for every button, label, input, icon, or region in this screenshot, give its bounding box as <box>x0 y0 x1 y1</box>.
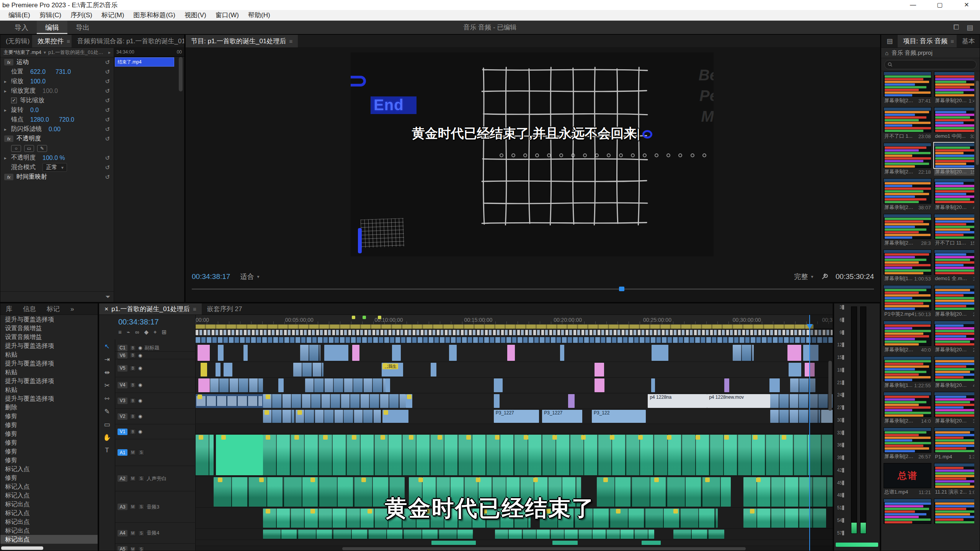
project-item[interactable]: 屏幕录制[202...38:07 <box>884 178 931 211</box>
history-item[interactable]: 设置音频增益 <box>0 324 98 333</box>
timeline-clip[interactable] <box>263 509 531 528</box>
mute-toggle[interactable]: M <box>130 546 136 551</box>
project-thumbnail[interactable] <box>934 143 974 168</box>
mark-in-icon[interactable]: { <box>446 301 448 302</box>
track-header-A1[interactable]: A1MS <box>115 439 196 466</box>
timeline-clip[interactable] <box>787 345 802 361</box>
timeline-clip[interactable] <box>789 363 801 377</box>
step-forward-icon[interactable]: ▶ <box>527 301 532 303</box>
history-item[interactable]: 标记入点 <box>0 482 98 491</box>
history-item[interactable]: 标记入点 <box>0 491 98 500</box>
timeline-clip[interactable] <box>494 378 503 392</box>
timeline-clip[interactable] <box>494 394 500 408</box>
track-select-tool-icon[interactable]: ⇥ <box>104 355 109 364</box>
project-thumbnail[interactable]: 总谱 <box>884 463 931 488</box>
project-item[interactable]: 屏幕录制[202...40:4 <box>934 178 974 211</box>
timeline-clip[interactable] <box>595 363 604 377</box>
effect-tab-1[interactable]: 效果控件≡ <box>32 35 72 47</box>
project-item[interactable]: 屏幕录制[202...15:49 <box>934 143 974 176</box>
history-item[interactable]: 修剪 <box>0 438 98 447</box>
track-target-badge[interactable]: C1 <box>118 345 127 351</box>
menu-item-2[interactable]: 序列(S) <box>66 10 97 21</box>
timeline-clip[interactable] <box>673 530 724 539</box>
track-header-V5[interactable]: V5B◉ <box>115 359 196 377</box>
history-tab-0[interactable]: 库 <box>0 303 18 315</box>
timeline-clip[interactable] <box>198 345 210 361</box>
timeline-ruler[interactable]: 00:0000:05:00:0000:10:00:0000:15:00:0000… <box>196 315 833 329</box>
reset-property-icon[interactable]: ↺ <box>105 68 110 75</box>
rect-mask-icon[interactable]: ▭ <box>24 145 34 152</box>
history-item[interactable]: 设置音频增益 <box>0 333 98 341</box>
timeline-clip[interactable] <box>216 363 220 377</box>
effect-tab-0[interactable]: (无剪辑) <box>0 35 32 47</box>
playhead-line[interactable] <box>809 315 810 551</box>
project-item[interactable] <box>884 499 931 524</box>
history-item[interactable]: 修剪 <box>0 421 98 429</box>
project-thumbnail[interactable] <box>884 214 931 239</box>
project-thumbnail[interactable] <box>934 72 974 97</box>
hand-tool-icon[interactable]: ✋ <box>103 434 111 442</box>
mute-toggle[interactable]: M <box>130 476 136 481</box>
history-item[interactable]: 标记出点 <box>0 517 98 526</box>
twirl-icon[interactable]: ▸ <box>4 108 11 113</box>
track-target-badge[interactable]: V2 <box>118 413 127 420</box>
project-thumbnail[interactable] <box>934 285 974 310</box>
mute-toggle[interactable]: M <box>130 450 136 455</box>
project-item[interactable]: 屏幕录制[202...26:57 <box>884 427 931 460</box>
timeline-hscrollbar[interactable] <box>342 547 746 550</box>
timeline-clip[interactable] <box>216 435 263 475</box>
project-thumbnail[interactable] <box>884 143 931 168</box>
timeline-clip[interactable] <box>560 345 565 361</box>
history-item[interactable]: 修剪 <box>0 456 98 465</box>
timeline-clip[interactable] <box>568 394 575 408</box>
track-header-A3[interactable]: A3MS音频3 <box>115 491 196 523</box>
timeline-clip[interactable] <box>201 363 207 377</box>
project-item[interactable]: 11.21 演示 2...1:07:2 <box>934 463 974 496</box>
go-to-out-icon[interactable]: ⇥ <box>544 301 550 303</box>
track-header-A2[interactable]: A2MS人声旁白 <box>115 466 196 491</box>
project-item[interactable]: 屏幕录制[202...40:2 <box>934 356 974 389</box>
solo-toggle[interactable]: S <box>138 504 144 510</box>
selection-tool-icon[interactable]: ↖ <box>104 342 109 350</box>
history-item[interactable]: 删除 <box>0 403 98 412</box>
project-thumbnail[interactable] <box>884 107 931 132</box>
project-item[interactable]: 屏幕录制[202...40:0 <box>884 321 931 354</box>
project-item[interactable]: 屏幕录制[202...23:2 <box>934 285 974 318</box>
mute-toggle[interactable]: M <box>130 530 136 536</box>
project-thumbnail[interactable] <box>884 392 931 417</box>
project-item[interactable]: 屏幕录制[1...1:22:55 <box>884 356 931 389</box>
history-hscrollbar[interactable] <box>1 546 43 550</box>
project-thumbnail[interactable] <box>934 499 974 524</box>
blend-mode-select[interactable]: 正常▾ <box>42 163 67 172</box>
timeline-clip[interactable] <box>300 345 320 361</box>
project-thumbnail[interactable] <box>884 249 931 275</box>
project-item[interactable]: 屏幕录制[202...22:18 <box>884 143 931 176</box>
track-header-V4[interactable]: V4B◉ <box>115 377 196 393</box>
go-to-in-icon[interactable]: ⇤ <box>474 301 480 303</box>
history-item[interactable]: 粘贴 <box>0 368 98 377</box>
search-input[interactable] <box>895 61 973 68</box>
property-value[interactable]: 1280.0 <box>30 116 49 123</box>
timeline-clip[interactable] <box>431 541 476 545</box>
project-item[interactable]: P1中英2.mp41:50:13 <box>884 285 931 318</box>
track-target-badge[interactable]: A2 <box>118 475 127 482</box>
timeline-clip[interactable] <box>449 345 457 361</box>
project-item[interactable]: 总谱总谱1.mp411:21 <box>884 463 931 496</box>
settings-wrench-icon[interactable] <box>821 273 828 280</box>
history-item[interactable]: 提升与覆盖选择项 <box>0 341 98 350</box>
timeline-clip[interactable] <box>224 363 232 377</box>
reset-property-icon[interactable]: ↺ <box>105 155 110 161</box>
slip-tool-icon[interactable]: ⇿ <box>104 395 109 403</box>
twirl-icon[interactable]: ▸ <box>108 50 111 55</box>
history-item[interactable]: 提升与覆盖选择项 <box>0 359 98 368</box>
project-item[interactable]: demo1 全.mp419:1 <box>934 249 974 282</box>
timeline-clip[interactable] <box>385 378 390 392</box>
add-marker-icon[interactable]: ▼ <box>427 301 434 302</box>
track-eye-icon[interactable]: ◉ <box>138 429 142 434</box>
timeline-clip[interactable] <box>243 345 248 361</box>
track-eye-icon[interactable]: ◉ <box>138 365 142 371</box>
filter-funnel-icon[interactable]: ⏷ <box>105 293 110 300</box>
reset-effect-icon[interactable]: ↺ <box>105 174 110 181</box>
timeline-clip[interactable]: p4 1228na <box>648 394 707 408</box>
timeline-clip[interactable] <box>724 378 729 392</box>
